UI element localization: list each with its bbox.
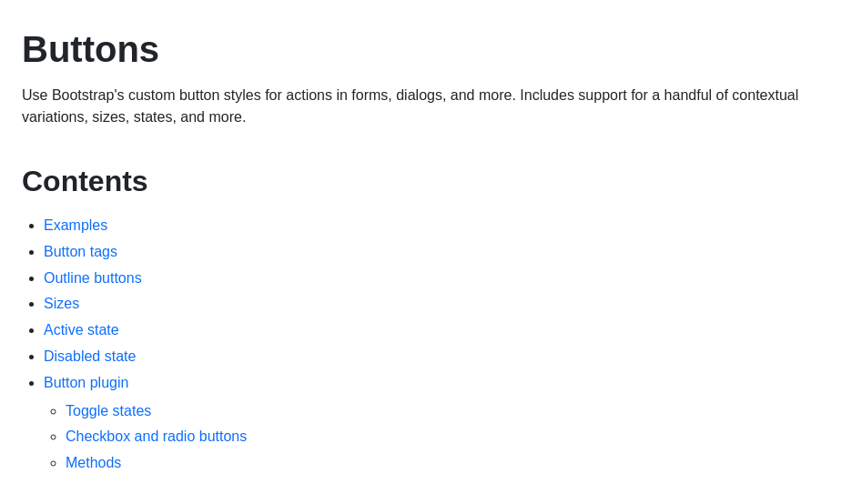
contents-list: ExamplesButton tagsOutline buttonsSizesA…: [22, 213, 840, 477]
contents-link[interactable]: Button tags: [44, 244, 117, 259]
contents-sub-item: Checkbox and radio buttons: [66, 424, 840, 450]
contents-item: Disabled state: [44, 344, 840, 370]
contents-link[interactable]: Active state: [44, 322, 119, 338]
contents-link[interactable]: Button plugin: [44, 375, 128, 390]
contents-sub-link[interactable]: Toggle states: [66, 403, 151, 418]
page-title: Buttons: [22, 29, 840, 70]
contents-item: Active state: [44, 318, 840, 344]
contents-item: Button pluginToggle statesCheckbox and r…: [44, 370, 840, 477]
contents-heading: Contents: [22, 165, 840, 198]
contents-item: Examples: [44, 213, 840, 239]
contents-sub-list: Toggle statesCheckbox and radio buttonsM…: [44, 398, 840, 477]
page-description: Use Bootstrap's custom button styles for…: [22, 85, 840, 128]
contents-item: Outline buttons: [44, 266, 840, 292]
contents-item: Button tags: [44, 239, 840, 266]
contents-link[interactable]: Disabled state: [44, 348, 136, 364]
contents-sub-item: Toggle states: [66, 398, 840, 425]
contents-link[interactable]: Sizes: [44, 296, 79, 311]
contents-sub-link[interactable]: Checkbox and radio buttons: [66, 428, 247, 444]
contents-item: Sizes: [44, 291, 840, 318]
contents-sub-link[interactable]: Methods: [66, 455, 121, 470]
contents-link[interactable]: Examples: [44, 217, 107, 233]
contents-sub-item: Methods: [66, 450, 840, 477]
contents-link[interactable]: Outline buttons: [44, 270, 142, 286]
